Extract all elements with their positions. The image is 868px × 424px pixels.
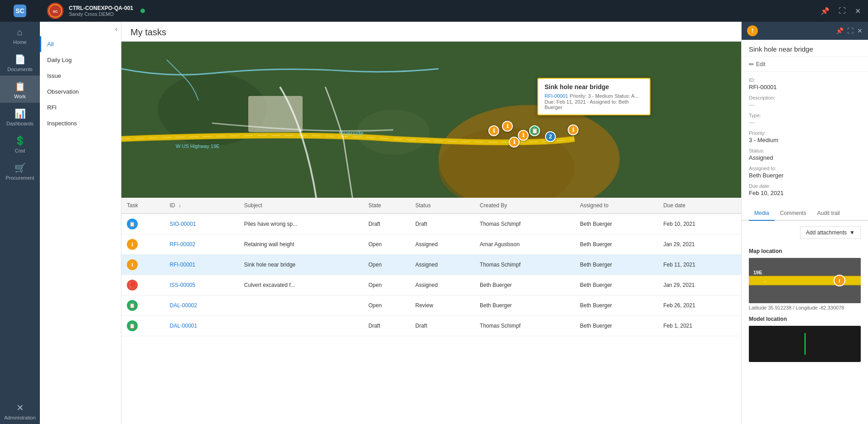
work-icon: 📋 (14, 81, 26, 92)
road-label-highway: W US Highway 19E (176, 143, 220, 149)
table-row[interactable]: 🚩 ISS-00005 Culvert excavated f... Open … (121, 275, 741, 295)
col-subject: Subject (239, 198, 363, 214)
task-subject-cell: Culvert excavated f... (239, 275, 363, 295)
road-label-riverside: Riverside (339, 130, 363, 137)
app-logo[interactable]: SC (0, 0, 40, 22)
map-marker-3[interactable]: ℹ (518, 130, 529, 141)
sidebar-label-issue: Issue (47, 72, 61, 79)
task-id-cell[interactable]: DAL-00001 (164, 316, 238, 336)
nav-item-work[interactable]: 📋 Work (0, 76, 40, 103)
secondary-sidebar: ‹ All Daily Log Issue Observation RFI In… (40, 22, 121, 424)
task-id-link[interactable]: SIO-00001 (169, 221, 196, 227)
sidebar-item-observation[interactable]: Observation (40, 84, 121, 100)
table-row[interactable]: ℹ RFI-00001 Sink hole near bridge Open A… (121, 255, 741, 275)
task-id-link[interactable]: DAL-00001 (169, 323, 197, 329)
popup-due: Due: Feb 11, 2021 · Assigned to: Beth Bu… (545, 99, 643, 110)
col-id[interactable]: ID ↓ (164, 198, 238, 214)
map-marker-5[interactable]: ℹ (568, 124, 579, 135)
task-assigned-to-cell: Beth Buerger (574, 316, 658, 336)
task-created-by-cell: Thomas Schimpf (474, 255, 574, 275)
task-id-link[interactable]: ISS-00005 (169, 282, 195, 288)
map-marker-4[interactable]: ℹ (509, 137, 520, 148)
task-icon-cell: ℹ (121, 234, 164, 255)
col-due-date: Due date (658, 198, 741, 214)
nav-label-cost: Cost (15, 148, 25, 153)
task-id-link[interactable]: DAL-00002 (169, 302, 197, 309)
model-map[interactable] (749, 326, 861, 362)
sidebar-item-inspections[interactable]: Inspections (40, 115, 121, 131)
task-state-cell: Open (363, 275, 410, 295)
nav-item-home[interactable]: ⌂ Home (0, 22, 40, 48)
field-type: Type: — (749, 113, 861, 126)
nav-item-administration[interactable]: ✕ Administration (0, 397, 40, 424)
nav-item-cost[interactable]: 💲 Cost (0, 130, 40, 157)
tab-audit-trail[interactable]: Audit trail (812, 206, 845, 221)
panel-close-icon[interactable]: ✕ (857, 27, 863, 34)
panel-edit-bar[interactable]: ✏ Edit (742, 57, 868, 72)
close-icon[interactable]: ✕ (855, 7, 861, 15)
sidebar-item-rfi[interactable]: RFI (40, 100, 121, 115)
task-id-link[interactable]: RFI-00002 (169, 241, 195, 248)
task-id-link[interactable]: RFI-00001 (169, 262, 195, 268)
map-location-section: Map location 19E → ℹ Latitude 35.912238 … (742, 248, 868, 316)
task-due-date-cell: Feb 26, 2021 (658, 295, 741, 316)
task-type-icon: 🚩 (127, 280, 138, 291)
expand-icon[interactable]: ⛶ (839, 7, 846, 15)
collapse-icon: ‹ (115, 25, 117, 33)
procurement-icon: 🛒 (14, 162, 26, 173)
warning-icon: ! (747, 25, 758, 36)
table-row[interactable]: 📋 DAL-00002 Open Review Beth Buerger Bet… (121, 295, 741, 316)
task-id-cell[interactable]: DAL-00002 (164, 295, 238, 316)
task-state-cell: Open (363, 255, 410, 275)
map-marker-number[interactable]: 2 (545, 131, 556, 142)
task-id-cell[interactable]: SIO-00001 (164, 214, 238, 234)
nav-item-documents[interactable]: 📄 Documents (0, 48, 40, 76)
map-container[interactable]: Riverside W US Highway 19E ℹ ℹ ℹ ℹ 📋 2 ℹ… (121, 42, 741, 198)
task-assigned-to-cell: Beth Buerger (574, 295, 658, 316)
task-id-cell[interactable]: RFI-00001 (164, 255, 238, 275)
mini-map[interactable]: 19E → ℹ (749, 258, 861, 303)
top-bar: SC CTRL-CONEXPO-QA-001 Sandy Cross DEMO … (40, 0, 868, 22)
add-attachments-button[interactable]: Add attachments ▼ (800, 226, 861, 239)
popup-priority: Priority: 3 - Medium (570, 93, 613, 99)
task-state-cell: Open (363, 234, 410, 255)
sidebar-label-all: All (47, 41, 53, 48)
panel-header-icons: 📌 ⛶ ✕ (836, 27, 863, 34)
project-id: CTRL-CONEXPO-QA-001 (69, 5, 133, 11)
task-due-date-cell: Jan 29, 2021 (658, 234, 741, 255)
task-type-icon: ℹ (127, 239, 138, 250)
sidebar-item-issue[interactable]: Issue (40, 68, 121, 84)
col-task: Task (121, 198, 164, 214)
map-marker-2[interactable]: ℹ (502, 121, 513, 132)
task-created-by-cell: Beth Buerger (474, 275, 574, 295)
project-logo: SC (47, 3, 63, 19)
task-icon-cell: 📋 (121, 295, 164, 316)
table-row[interactable]: ℹ RFI-00002 Retaining wall height Open A… (121, 234, 741, 255)
sidebar-item-daily-log[interactable]: Daily Log (40, 52, 121, 68)
table-row[interactable]: 📋 DAL-00001 Draft Draft Thomas Schimpf B… (121, 316, 741, 336)
field-status: Status: Assigned (749, 148, 861, 161)
task-assigned-to-cell: Beth Buerger (574, 255, 658, 275)
task-id-cell[interactable]: RFI-00002 (164, 234, 238, 255)
task-due-date-cell: Jan 29, 2021 (658, 275, 741, 295)
pin-icon[interactable]: 📌 (820, 7, 829, 15)
sidebar-item-all[interactable]: All (40, 36, 121, 52)
task-subject-cell (239, 316, 363, 336)
task-id-cell[interactable]: ISS-00005 (164, 275, 238, 295)
administration-icon: ✕ (16, 402, 24, 413)
map-marker-1[interactable]: ℹ (488, 125, 499, 136)
task-created-by-cell: Thomas Schimpf (474, 316, 574, 336)
collapse-button[interactable]: ‹ (40, 22, 121, 36)
home-icon: ⌂ (17, 27, 23, 38)
nav-item-procurement[interactable]: 🛒 Procurement (0, 157, 40, 184)
map-marker-clipboard[interactable]: 📋 (529, 125, 540, 136)
nav-item-dashboards[interactable]: 📊 Dashboards (0, 103, 40, 130)
panel-pin-icon[interactable]: 📌 (836, 27, 844, 34)
tab-media[interactable]: Media (749, 206, 775, 221)
dashboards-icon: 📊 (14, 108, 26, 119)
task-subject-cell: Retaining wall height (239, 234, 363, 255)
nav-label-home: Home (13, 39, 26, 45)
panel-expand-icon[interactable]: ⛶ (847, 27, 854, 34)
table-row[interactable]: 📋 SIO-00001 Piles have wrong sp... Draft… (121, 214, 741, 234)
tab-comments[interactable]: Comments (775, 206, 812, 221)
